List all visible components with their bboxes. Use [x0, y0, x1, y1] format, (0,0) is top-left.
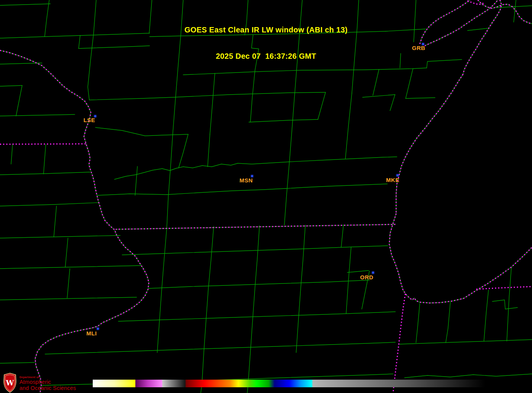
- station-dot: [372, 272, 374, 274]
- station-label: ORD: [360, 274, 374, 280]
- satellite-image-viewport: GOES East Clean IR LW window (ABI ch 13)…: [0, 0, 532, 393]
- logo-line-2: and Oceanic Sciences: [19, 385, 76, 391]
- logo-dept-line: Department of: [19, 376, 76, 379]
- station-dot: [97, 328, 99, 330]
- stations-layer: GRB LSE MSN MKE ORD MLI: [0, 0, 532, 393]
- station-label: GRB: [412, 45, 426, 51]
- station-label: MKE: [386, 177, 400, 183]
- station-label: MSN: [240, 177, 253, 184]
- logo-line-1: Atmospheric: [19, 379, 76, 385]
- station-dot: [397, 174, 398, 176]
- crest-letter: W: [5, 379, 14, 387]
- station-label: MLI: [86, 330, 97, 337]
- logo-text: Department of Atmospheric and Oceanic Sc…: [19, 376, 76, 391]
- uw-crest-icon: W: [3, 373, 17, 393]
- station-label: LSE: [84, 117, 95, 123]
- colorbar: [93, 380, 485, 387]
- uw-aos-logo: W Department of Atmospheric and Oceanic …: [3, 373, 76, 393]
